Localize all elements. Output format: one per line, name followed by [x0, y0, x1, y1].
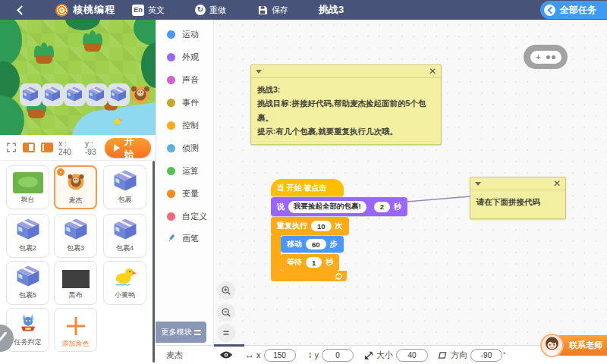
package-tile — [86, 83, 108, 106]
all-tasks-label: 全部任务 — [560, 4, 596, 17]
redo-icon[interactable]: ↻ — [195, 5, 206, 15]
repeat-count-input[interactable]: 10 — [311, 221, 332, 231]
contact-teacher-label: 联系老师 — [569, 340, 602, 351]
pen-icon — [167, 234, 177, 243]
say-text-input[interactable]: 我要捡起全部的包裹! — [288, 201, 366, 213]
layout-full-icon[interactable] — [41, 143, 53, 152]
fullscreen-icon[interactable] — [6, 142, 17, 153]
category-pen[interactable]: 画笔 — [167, 233, 199, 244]
repeat-block[interactable]: 重复执行 10 次 — [271, 217, 349, 235]
category-motion[interactable]: 运动 — [167, 29, 199, 40]
category-myblocks[interactable]: 自定义 — [167, 211, 207, 222]
zoom-reset-button[interactable] — [217, 324, 235, 342]
collapse-icon[interactable] — [256, 70, 262, 74]
sprite-card-blackcloth[interactable]: 黑布 — [54, 261, 97, 305]
sprite-label: 舞台 — [7, 195, 49, 205]
sprite-label: 包裹 — [104, 195, 146, 205]
hint-note[interactable]: ✕ 请在下面拼接代码 — [470, 177, 566, 219]
redo-label[interactable]: 重做 — [209, 5, 226, 16]
teacher-face-icon — [542, 335, 562, 356]
package-icon — [112, 169, 138, 192]
category-events[interactable]: 事件 — [167, 97, 199, 108]
back-icon[interactable] — [17, 5, 27, 15]
direction-rotate-icon — [439, 350, 448, 360]
more-blocks-button[interactable]: 更多模块 — [156, 322, 206, 343]
sensing-dot-icon — [167, 144, 175, 152]
app-name: 核桃编程 — [73, 3, 115, 17]
move-block[interactable]: 移动 60 步 — [281, 236, 344, 253]
duck-icon — [112, 265, 138, 287]
motion-dot-icon — [167, 30, 175, 39]
black-cloth-thumbnail — [62, 270, 90, 288]
challenge-note[interactable]: ✕ 挑战3: 挑战目标:拼接好代码,帮助麦杰捡起面前的5个包裹。 提示:有几个包… — [250, 64, 442, 145]
events-dot-icon — [167, 99, 175, 107]
stage-x-coordinate: x : 240 — [58, 140, 80, 156]
sprite-card-taskjudge[interactable]: 任务判定 — [6, 308, 49, 352]
save-label[interactable]: 保存 — [272, 5, 288, 16]
wait-block[interactable]: 等待 1 秒 — [281, 254, 339, 271]
sprite-card-package[interactable]: 包裹 — [103, 165, 146, 209]
direction-input[interactable] — [470, 349, 502, 362]
say-block[interactable]: 说 我要捡起全部的包裹! 2 秒 — [271, 197, 407, 216]
collapse-icon[interactable] — [475, 182, 481, 186]
plus-icon — [55, 313, 96, 339]
en-badge-icon[interactable]: En — [132, 5, 144, 16]
all-tasks-button[interactable]: 全部任务 — [540, 1, 607, 19]
zoom-out-button[interactable] — [217, 303, 235, 322]
sprite-card-duck[interactable]: 小黄鸭 — [103, 261, 146, 305]
tree-blob — [134, 20, 156, 46]
when-start-clicked-block[interactable]: 当 开始 被点击 — [271, 179, 344, 196]
note-line: 提示:有几个包裹,就要重复执行几次哦。 — [257, 124, 435, 138]
note-line: 挑战目标:拼接好代码,帮助麦杰捡起面前的5个包裹。 — [257, 96, 435, 124]
say-seconds-input[interactable]: 2 — [374, 202, 390, 212]
y-field-label: y — [315, 350, 319, 359]
equals-icon — [221, 328, 231, 338]
wait-seconds-input[interactable]: 1 — [306, 257, 322, 268]
sprite-label: 麦杰 — [55, 196, 96, 206]
add-sprite-button[interactable]: 添加角色 — [54, 308, 97, 352]
size-input[interactable] — [396, 349, 428, 362]
x-input[interactable] — [264, 349, 296, 362]
sprite-card-package4[interactable]: 包裹4 — [103, 214, 146, 258]
category-looks[interactable]: 外观 — [167, 52, 199, 63]
category-control[interactable]: 控制 — [167, 120, 199, 131]
zoom-out-icon — [221, 307, 231, 318]
tab-indicator — [214, 344, 244, 347]
bush — [30, 44, 58, 64]
x-field-label: x — [256, 350, 261, 359]
stage-thumbnail — [13, 172, 43, 193]
sprite-label: 包裹4 — [104, 243, 146, 253]
size-field-label: 大小 — [376, 350, 393, 361]
category-variables[interactable]: 变量 — [167, 188, 199, 199]
sprite-card-maijie[interactable]: 麦杰 — [54, 165, 97, 209]
package-icon — [112, 218, 138, 240]
sprite-panel-scrollbar[interactable] — [153, 161, 155, 362]
ninja-avatar-icon[interactable]: + — [524, 45, 568, 69]
sound-dot-icon — [167, 76, 175, 84]
layout-split-icon[interactable] — [23, 143, 35, 152]
start-button[interactable]: 开始 — [105, 138, 151, 158]
stage-preview[interactable] — [0, 20, 156, 135]
category-sensing[interactable]: 侦测 — [167, 143, 199, 154]
add-sprite-label: 添加角色 — [55, 339, 96, 349]
close-icon[interactable]: ✕ — [553, 179, 561, 188]
sprite-card-package2[interactable]: 包裹2 — [6, 214, 49, 258]
visibility-eye-icon[interactable] — [219, 350, 233, 359]
zoom-in-button[interactable] — [217, 281, 235, 300]
chevron-left-icon — [544, 5, 555, 16]
sprite-card-stage[interactable]: 舞台 — [6, 165, 49, 209]
package-icon — [63, 218, 89, 240]
sprite-card-package5[interactable]: 包裹5 — [6, 261, 49, 305]
sprite-label: 包裹3 — [55, 243, 96, 253]
save-icon[interactable] — [258, 5, 268, 15]
teacher-avatar[interactable] — [540, 334, 564, 357]
y-input[interactable] — [322, 349, 354, 362]
close-icon[interactable]: ✕ — [429, 67, 436, 76]
zoom-in-icon — [221, 285, 231, 296]
category-sound[interactable]: 声音 — [167, 74, 199, 86]
move-steps-input[interactable]: 60 — [306, 239, 326, 249]
category-operators[interactable]: 运算 — [167, 165, 199, 177]
english-toggle-label[interactable]: 英文 — [148, 5, 165, 16]
sprite-card-package3[interactable]: 包裹3 — [54, 214, 97, 258]
package-tile — [20, 83, 42, 106]
